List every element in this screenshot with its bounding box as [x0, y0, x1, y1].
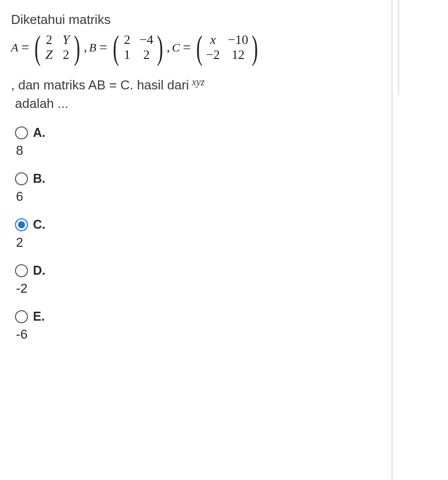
mA-r2c1: Z [44, 47, 53, 62]
matrix-C: ( x −10 −2 12 ) [194, 31, 261, 63]
option-B-label: B. [33, 171, 45, 186]
equals-sign-1: = [21, 39, 29, 55]
equals-sign-2: = [99, 39, 107, 55]
xyz-superscript: xyz [192, 76, 205, 88]
comma-1: , [84, 40, 87, 55]
paren-left-icon: ( [196, 33, 202, 62]
matrix-B-label: B [89, 41, 96, 54]
option-E-label: E. [33, 309, 45, 324]
option-A[interactable]: A. 8 [15, 125, 381, 158]
mA-r2c2: 2 [61, 47, 70, 62]
radio-icon[interactable] [15, 172, 28, 185]
option-B-value: 6 [15, 189, 381, 204]
equals-sign-3: = [183, 39, 191, 55]
matrix-equation-row: A = ( 2 Y Z 2 ) , B = ( 2 −4 1 2 ) , C [11, 31, 381, 63]
question-line-3: adalah ... [11, 96, 381, 111]
paren-left-icon: ( [113, 33, 119, 62]
radio-icon[interactable] [15, 218, 28, 231]
mB-r2c2: 2 [139, 47, 153, 62]
vertical-divider-icon [398, 0, 399, 95]
paren-right-icon: ) [74, 33, 80, 62]
mC-r2c2: 12 [228, 47, 248, 62]
option-A-value: 8 [15, 143, 381, 158]
question-block: Diketahui matriks A = ( 2 Y Z 2 ) , B = … [0, 0, 392, 367]
paren-left-icon: ( [35, 33, 41, 62]
line2-text: , dan matriks AB = C. hasil dari [11, 77, 189, 93]
option-C[interactable]: C. 2 [15, 217, 381, 250]
mB-r1c2: −4 [139, 32, 153, 47]
paren-right-icon: ) [252, 33, 258, 62]
vertical-divider-icon [392, 0, 393, 480]
option-C-label: C. [33, 217, 45, 232]
question-intro: Diketahui matriks [11, 12, 381, 27]
mC-r1c1: x [206, 32, 220, 47]
question-line-2: , dan matriks AB = C. hasil dari xyz [11, 77, 381, 93]
option-D-value: -2 [15, 281, 381, 296]
matrix-A: ( 2 Y Z 2 ) [32, 31, 82, 63]
mC-r2c1: −2 [206, 47, 220, 62]
comma-2: , [167, 40, 170, 55]
mA-r1c2: Y [61, 32, 70, 47]
mB-r1c1: 2 [122, 32, 131, 47]
option-D[interactable]: D. -2 [15, 263, 381, 296]
matrix-B: ( 2 −4 1 2 ) [110, 31, 166, 63]
radio-icon[interactable] [15, 264, 28, 277]
option-E[interactable]: E. -6 [15, 309, 381, 342]
mB-r2c1: 1 [122, 47, 131, 62]
option-D-label: D. [33, 263, 45, 278]
mC-r1c2: −10 [228, 32, 248, 47]
radio-icon[interactable] [15, 310, 28, 323]
matrix-C-label: C [172, 41, 180, 54]
radio-icon[interactable] [15, 126, 28, 139]
paren-right-icon: ) [157, 33, 163, 62]
option-C-value: 2 [15, 235, 381, 250]
option-B[interactable]: B. 6 [15, 171, 381, 204]
options-list: A. 8 B. 6 C. 2 D. -2 [11, 125, 381, 342]
matrix-A-label: A [11, 41, 18, 54]
option-A-label: A. [33, 125, 45, 140]
mA-r1c1: 2 [44, 32, 53, 47]
option-E-value: -6 [15, 327, 381, 342]
